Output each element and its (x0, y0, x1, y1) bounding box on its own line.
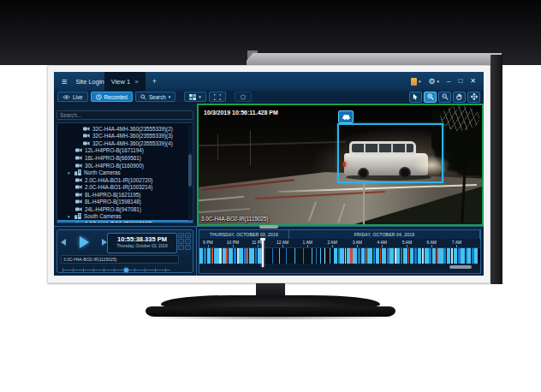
recorded-activity-segment (279, 248, 280, 264)
expander-caret-icon[interactable]: ▾ (68, 170, 72, 175)
toolbar: Live Recorded Search ▾ ▾ (54, 91, 484, 104)
recorded-activity-segment (320, 248, 321, 264)
previous-frame-button[interactable] (61, 239, 66, 246)
zoom-in-tool-button[interactable] (424, 92, 437, 103)
recorded-button[interactable]: Recorded (91, 92, 133, 102)
camera-tree-item[interactable]: ▾ 30L-H4PRO-B(1160900) (57, 162, 193, 169)
search-input[interactable] (56, 110, 193, 120)
timeline-scrollbar-thumb[interactable] (449, 265, 472, 269)
timeline-playhead[interactable] (262, 239, 264, 267)
camera-tree-item[interactable]: ▾ South Cameras (57, 213, 193, 221)
timeline-collapse-handle[interactable] (259, 225, 278, 229)
recorded-activity-segment (239, 248, 243, 264)
new-tab-button[interactable]: + (146, 72, 163, 91)
camera-tree-item[interactable]: ▾ 2.0C-H4A-BO1-IR(1002720) (57, 176, 193, 184)
monitor-side-edge (490, 55, 502, 284)
recorded-activity-segment (272, 248, 273, 264)
mini-button[interactable]: · (185, 239, 191, 244)
recorded-activity-segment (258, 248, 261, 264)
recorded-activity-segment (414, 248, 417, 264)
mini-button[interactable]: + (178, 233, 184, 238)
camera-tree-item[interactable]: ▾ 24L-H4PRO-B(947081) (57, 205, 193, 213)
play-button[interactable] (80, 236, 89, 248)
camera-icon (83, 133, 90, 139)
zoom-out-icon (442, 93, 449, 100)
tab-view-1[interactable]: View 1 × (104, 72, 146, 91)
recorded-activity-segment (312, 248, 313, 264)
camera-tree-item[interactable]: ▾ 32C-H4A-4MH-360(23555339)(4) (57, 140, 193, 147)
panel-menu-button[interactable]: ▾ (411, 78, 421, 86)
tab-label: View 1 (111, 78, 130, 86)
vms-app-window: ≡ Site Login View 1 × + ▾ ⚙ ▾ – □ ✕ (54, 72, 484, 276)
close-button[interactable]: ✕ (470, 78, 476, 85)
recorded-activity-segment (255, 248, 258, 264)
pan-hand-tool-button[interactable] (453, 92, 466, 103)
sign-pole (363, 182, 365, 224)
camera-tree-item[interactable]: ▾ 8L-H4PRO-B(1621195) (57, 191, 193, 199)
camera-tree-item[interactable]: ▾ 32C-H4A-4MH-360(23555339)(2) (57, 125, 193, 133)
camera-icon (75, 221, 82, 223)
recorded-activity-segment (286, 248, 287, 264)
camera-tree-item[interactable]: ▾ 12L-H4PRO-B(1671194) (57, 147, 193, 155)
cycle-layout-button[interactable] (235, 92, 252, 102)
camera-sidebar: ▾ 32C-H4A-4MH-360(23555339)(2) ▾ 32C-H4A… (54, 104, 197, 226)
recorded-activity-segment (214, 248, 219, 264)
camera-tree-item-label: 3.0C-H4A-BO2-IR(1115025) (85, 221, 152, 223)
move-tool-button[interactable] (467, 92, 480, 103)
mini-button[interactable]: · (178, 245, 184, 250)
recorded-activity-segment (387, 248, 389, 264)
transport-controls (61, 235, 107, 250)
hand-icon (456, 93, 462, 100)
tab-close-icon[interactable]: × (134, 78, 139, 86)
maximize-button[interactable]: □ (458, 78, 462, 85)
playhead-handle[interactable] (260, 238, 265, 241)
recorded-activity-segment (432, 248, 436, 264)
layout-grid-button[interactable]: ▾ (184, 92, 206, 102)
camera-tree-item-label: 30L-H4PRO-B(1160900) (85, 163, 144, 169)
settings-menu-button[interactable]: ⚙ ▾ (428, 78, 439, 86)
camera-tree-item[interactable]: ▾ North Cameras (57, 169, 193, 176)
mini-button[interactable]: · (178, 239, 184, 244)
timeline-tick-mark (332, 245, 333, 247)
tree-scrollbar[interactable] (188, 125, 192, 221)
zoom-out-tool-button[interactable] (438, 92, 451, 103)
recorded-activity-segment (316, 248, 317, 264)
tree-scrollbar-thumb[interactable] (188, 154, 192, 187)
timeline-scrollbar[interactable] (199, 265, 480, 269)
camera-tree-item-label: South Cameras (84, 213, 122, 219)
video-tile[interactable]: 10/3/2019 10:56:11.428 PM 3.0C-H4A-BO2-I… (197, 104, 484, 226)
camera-tree-item[interactable]: ▾ 3.0C-H4A-BO2-IR(1115025) (57, 220, 193, 223)
grid-icon (189, 94, 196, 100)
live-button[interactable]: Live (57, 92, 88, 102)
recorded-activity-segment (324, 248, 325, 264)
vehicle-classification-badge[interactable] (338, 110, 354, 123)
timeline-zoom-buttons: + – · · · · (178, 233, 191, 250)
recorded-activity-segment (223, 248, 226, 264)
recorded-activity-segment (474, 248, 478, 264)
vehicle-detection-box[interactable] (337, 123, 443, 183)
select-tool-button[interactable] (409, 92, 422, 103)
menu-icon[interactable]: ≡ (62, 77, 67, 86)
recorded-activity-segment (294, 248, 295, 264)
timeline-activity-track[interactable] (199, 248, 480, 264)
recorded-activity-segment (418, 248, 422, 264)
site-login-label[interactable]: Site Login (75, 78, 104, 86)
recorded-activity-segment (347, 248, 350, 264)
search-button[interactable]: Search ▾ (135, 92, 175, 102)
expander-caret-icon[interactable]: ▾ (68, 214, 72, 219)
playback-panel: 10:55:38.335 PM Thursday, October 03, 20… (54, 227, 196, 276)
mini-button[interactable]: · (185, 245, 191, 250)
gear-icon: ⚙ (428, 78, 435, 86)
slider-thumb[interactable] (124, 268, 128, 272)
light-pole (217, 134, 218, 160)
playback-speed-slider[interactable] (62, 267, 170, 272)
camera-tree-item[interactable]: ▾ 2.0C-H4A-BO1-IR(1003214) (57, 183, 193, 191)
camera-tree-item[interactable]: ▾ 8L-H4PRO-B(1598148) (57, 198, 193, 205)
minimize-button[interactable]: – (447, 78, 450, 85)
clock-icon (96, 94, 102, 100)
recorded-activity-segment (367, 248, 372, 264)
fullscreen-button[interactable] (209, 92, 226, 102)
camera-tree-item[interactable]: ▾ 16L-H4PRO-B(669561) (57, 154, 193, 162)
mini-button[interactable]: – (185, 233, 191, 238)
camera-tree-item[interactable]: ▾ 32C-H4A-4MH-360(23555339)(3) (57, 133, 193, 140)
